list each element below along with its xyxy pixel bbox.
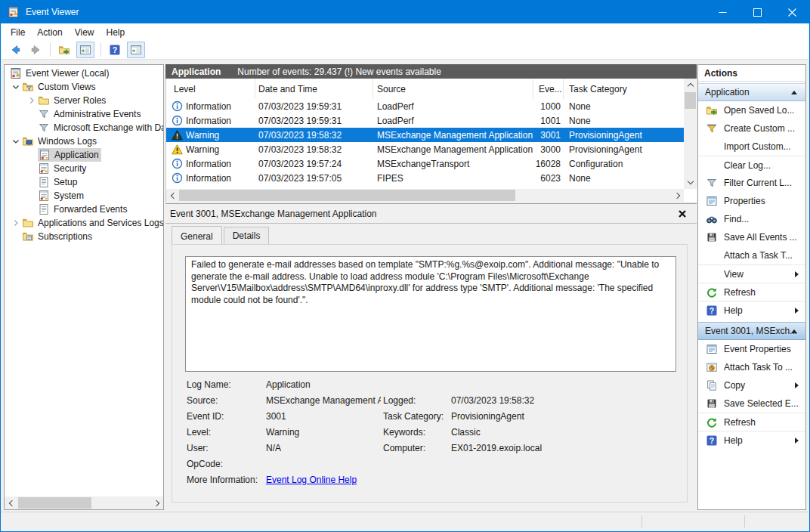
- actions-section-event-3001[interactable]: Event 3001, MSExch...: [698, 322, 805, 340]
- tree-item-applications-services-logs[interactable]: Applications and Services Logs: [5, 216, 163, 230]
- action-copy-submenu[interactable]: Copy: [698, 376, 805, 394]
- tree-item-microsoft-exchange[interactable]: Microsoft Exchange with Da: [5, 121, 163, 135]
- tree-item-application[interactable]: Application: [5, 148, 163, 162]
- open-folder-icon: [706, 104, 718, 116]
- close-button[interactable]: [774, 1, 809, 23]
- action-help-event-submenu[interactable]: Help: [698, 431, 805, 449]
- details-title: Event 3001, MSExchange Management Applic…: [170, 209, 377, 219]
- event-description[interactable]: Failed to generate e-mail addresses base…: [185, 256, 676, 372]
- information-icon: [172, 158, 183, 169]
- toggle-console-tree-button[interactable]: [76, 42, 94, 58]
- expander-closed-icon[interactable]: [25, 94, 38, 107]
- event-row[interactable]: Information 07/03/2023 19:57:24 MSExchan…: [166, 156, 684, 171]
- tree-item-administrative-events[interactable]: Administrative Events: [5, 107, 163, 121]
- scroll-down-arrow[interactable]: [684, 176, 697, 189]
- scroll-right-arrow[interactable]: [150, 496, 163, 509]
- event-row[interactable]: Information 07/03/2023 19:59:31 LoadPerf…: [166, 99, 684, 113]
- task-category-label: Task Category:: [383, 411, 444, 422]
- more-information-label: More Information:: [187, 475, 258, 485]
- tree-item-custom-views[interactable]: Custom Views: [5, 80, 163, 94]
- forward-arrow-icon: [30, 44, 42, 56]
- menu-action[interactable]: Action: [31, 23, 68, 41]
- event-row[interactable]: Information 07/03/2023 19:59:31 LoadPerf…: [166, 113, 684, 128]
- column-task-category[interactable]: Task Category: [564, 79, 684, 99]
- action-find[interactable]: Find...: [698, 210, 805, 228]
- content-area: Event Viewer (Local) Custom Views Server…: [2, 60, 808, 512]
- action-view-submenu[interactable]: View: [698, 264, 805, 283]
- menu-bar: File Action View Help: [2, 23, 808, 41]
- event-row[interactable]: Information 07/03/2023 19:57:05 FIPES 60…: [166, 171, 684, 185]
- app-icon: [8, 6, 20, 18]
- back-button[interactable]: [8, 42, 23, 57]
- tree-item-subscriptions[interactable]: Subscriptions: [5, 230, 163, 243]
- event-list-vertical-scrollbar[interactable]: [684, 79, 697, 189]
- event-list-horizontal-scrollbar[interactable]: [166, 189, 684, 202]
- menu-file[interactable]: File: [2, 23, 31, 41]
- minimize-button[interactable]: [705, 1, 740, 23]
- details-close-icon[interactable]: [678, 209, 687, 218]
- action-event-properties[interactable]: Event Properties: [698, 340, 805, 358]
- action-refresh[interactable]: Refresh: [698, 283, 805, 301]
- tree-horizontal-scrollbar[interactable]: [5, 496, 163, 509]
- custom-views-folder-icon: [22, 81, 34, 93]
- expander-open-icon[interactable]: [9, 81, 22, 93]
- log-title: Application: [172, 66, 221, 77]
- scroll-right-arrow[interactable]: [671, 189, 684, 202]
- toggle-action-pane-button[interactable]: [127, 42, 145, 58]
- forward-button[interactable]: [29, 42, 44, 57]
- windows-logs-folder-icon: [22, 135, 34, 147]
- event-row[interactable]: Warning 07/03/2023 19:58:32 MSExchange M…: [166, 142, 684, 156]
- scrollbar-thumb[interactable]: [18, 497, 91, 509]
- action-import-custom-view[interactable]: Import Custom...: [698, 138, 805, 156]
- action-open-saved-log[interactable]: Open Saved Lo...: [698, 101, 805, 119]
- action-clear-log[interactable]: Clear Log...: [698, 156, 805, 174]
- action-attach-task-to-event[interactable]: Attach Task To ...: [698, 358, 805, 376]
- action-attach-task[interactable]: Attach a Task T...: [698, 246, 805, 264]
- column-level[interactable]: Level: [166, 79, 255, 99]
- event-row-selected[interactable]: Warning 07/03/2023 19:58:32 MSExchange M…: [166, 128, 684, 142]
- log-icon: [38, 162, 50, 175]
- event-id-label: Event ID:: [187, 411, 224, 422]
- action-help-submenu[interactable]: Help: [698, 301, 805, 319]
- open-saved-log-button[interactable]: [57, 42, 72, 57]
- menu-view[interactable]: View: [69, 23, 100, 41]
- tree-item-security[interactable]: Security: [5, 162, 163, 175]
- tab-details[interactable]: Details: [224, 227, 270, 245]
- status-bar: [2, 512, 808, 530]
- action-create-custom-view[interactable]: Create Custom ...: [698, 119, 805, 138]
- column-date-time[interactable]: Date and Time: [255, 79, 373, 99]
- actions-section-application[interactable]: Application: [698, 83, 805, 101]
- expander-closed-icon[interactable]: [9, 217, 22, 229]
- tree-item-forwarded-events[interactable]: Forwarded Events: [5, 203, 163, 216]
- collapse-arrow-icon[interactable]: [791, 91, 797, 94]
- tree-item-server-roles[interactable]: Server Roles: [5, 94, 163, 107]
- action-save-all-events[interactable]: Save All Events ...: [698, 228, 805, 246]
- action-filter-current-log[interactable]: Filter Current L...: [698, 174, 805, 192]
- action-properties[interactable]: Properties: [698, 192, 805, 210]
- action-save-selected-events[interactable]: Save Selected E...: [698, 394, 805, 413]
- help-button[interactable]: [107, 42, 122, 57]
- minimize-icon: [719, 8, 727, 17]
- console-tree-panel: Event Viewer (Local) Custom Views Server…: [4, 64, 164, 510]
- tab-general[interactable]: General: [172, 226, 222, 246]
- menu-help[interactable]: Help: [100, 23, 131, 41]
- action-refresh-event[interactable]: Refresh: [698, 413, 805, 431]
- scrollbar-thumb[interactable]: [179, 190, 515, 201]
- event-log-online-help-link[interactable]: Event Log Online Help: [266, 475, 357, 485]
- expander-open-icon[interactable]: [9, 135, 22, 147]
- scroll-up-arrow[interactable]: [684, 79, 697, 91]
- column-event-id[interactable]: Eve...: [533, 79, 564, 99]
- maximize-button[interactable]: [740, 1, 774, 23]
- actions-pane: Actions Application Open Saved Lo... Cre…: [697, 64, 806, 510]
- scrollbar-thumb[interactable]: [685, 92, 696, 109]
- collapse-arrow-icon[interactable]: [791, 329, 797, 333]
- scroll-left-arrow[interactable]: [5, 496, 17, 509]
- tree-item-windows-logs[interactable]: Windows Logs: [5, 135, 163, 148]
- tree-item-system[interactable]: System: [5, 189, 163, 203]
- log-status: Number of events: 29.437 (!) New events …: [237, 66, 441, 77]
- computer-value: EX01-2019.exoip.local: [451, 443, 542, 453]
- column-source[interactable]: Source: [373, 79, 533, 99]
- scroll-left-arrow[interactable]: [166, 189, 179, 202]
- tree-item-setup[interactable]: Setup: [5, 175, 163, 189]
- tree-item-event-viewer-local[interactable]: Event Viewer (Local): [5, 66, 163, 80]
